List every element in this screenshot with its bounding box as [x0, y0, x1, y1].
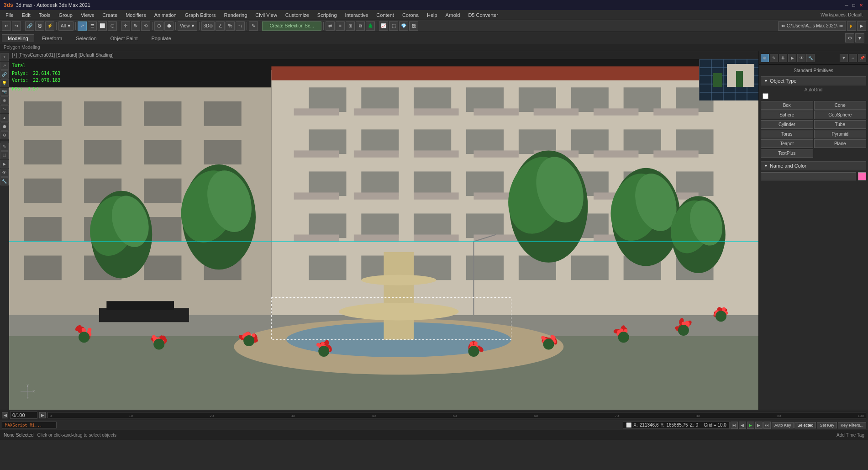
- close-button[interactable]: ✕: [858, 2, 864, 8]
- edit-named-selections-button[interactable]: ✎: [249, 21, 258, 31]
- rendering-settings-button[interactable]: 🖼: [409, 21, 418, 31]
- tool-move[interactable]: +: [0, 53, 9, 61]
- material-editor-button[interactable]: 💎: [399, 21, 408, 31]
- tool-splines[interactable]: 〜: [0, 105, 9, 113]
- mirror-button[interactable]: ⇌: [326, 21, 335, 31]
- tool-geometry[interactable]: ▲: [0, 114, 9, 122]
- name-input[interactable]: [761, 172, 856, 180]
- tool-camera[interactable]: 📷: [0, 88, 9, 96]
- menu-arnold[interactable]: Arnold: [442, 11, 464, 19]
- tool-systems[interactable]: ⚙: [0, 131, 9, 139]
- align-view-button[interactable]: ⊞: [346, 21, 355, 31]
- color-swatch[interactable]: [858, 172, 866, 180]
- menu-modifiers[interactable]: Modifiers: [122, 11, 150, 19]
- rect-selection-button[interactable]: ⬜: [98, 21, 107, 31]
- fence-selection-button[interactable]: ⬡: [108, 21, 117, 31]
- menu-file[interactable]: File: [2, 11, 17, 19]
- angle-snap-button[interactable]: ∠: [216, 21, 225, 31]
- selected-button[interactable]: Selected: [794, 422, 816, 428]
- timeline-next-button[interactable]: ▶: [39, 412, 46, 418]
- cone-button[interactable]: Cone: [814, 101, 867, 110]
- utilities-panel-button[interactable]: 🔧: [806, 54, 815, 62]
- auto-grid-checkbox[interactable]: [763, 93, 768, 99]
- menu-create[interactable]: Create: [99, 11, 121, 19]
- play-button[interactable]: ▶: [747, 422, 754, 429]
- unlink-button[interactable]: ⛓: [35, 21, 44, 31]
- tool-hierarchy[interactable]: ⇊: [0, 151, 9, 159]
- timeline-prev-button[interactable]: ◀: [2, 412, 8, 418]
- undo-button[interactable]: ↩: [2, 21, 11, 31]
- next-key-button[interactable]: ⏭: [763, 422, 771, 429]
- textplus-button[interactable]: TextPlus: [761, 149, 813, 158]
- timeline-track[interactable]: 0 10 20 30 40 50 60 70 80 90 100: [47, 412, 866, 418]
- panel-options-button[interactable]: ▼: [840, 54, 848, 62]
- geosphere-button[interactable]: GeoSphere: [814, 111, 867, 119]
- snap3d-button[interactable]: 3D⊕: [201, 21, 215, 31]
- uniform-scale-button[interactable]: ⬡: [154, 21, 163, 31]
- select-rotate-button[interactable]: ↻: [131, 21, 140, 31]
- sphere-button[interactable]: Sphere: [761, 111, 813, 119]
- tool-lights[interactable]: 💡: [0, 79, 9, 87]
- create-panel-button[interactable]: ⊕: [761, 54, 769, 62]
- create-selection-button[interactable]: Create Selection Se...: [262, 21, 321, 31]
- tool-display[interactable]: 👁: [0, 169, 9, 177]
- selection-filter-dropdown[interactable]: All ▼: [58, 21, 74, 31]
- set-key-button[interactable]: Set Key: [817, 422, 837, 428]
- schematic-view-button[interactable]: ⬚: [389, 21, 398, 31]
- render-frame-button[interactable]: ⏵: [847, 21, 856, 31]
- menu-interactive[interactable]: Interactive: [342, 11, 372, 19]
- tool-select[interactable]: ↗: [0, 62, 9, 70]
- tab-freeform[interactable]: Freeform: [36, 34, 68, 42]
- menu-d5-converter[interactable]: D5 Converter: [464, 11, 501, 19]
- maximize-button[interactable]: □: [851, 2, 857, 8]
- modify-panel-button[interactable]: ✎: [770, 54, 778, 62]
- tab-populate[interactable]: Populate: [145, 34, 177, 42]
- menu-edit[interactable]: Edit: [18, 11, 34, 19]
- menu-corona[interactable]: Corona: [399, 11, 422, 19]
- tool-motion[interactable]: ▶: [0, 160, 9, 168]
- select-object-button[interactable]: ↗: [78, 21, 87, 31]
- object-type-section-header[interactable]: ▼ Object Type: [761, 76, 866, 85]
- panel-pin-button[interactable]: 📌: [858, 54, 866, 62]
- align-button[interactable]: ≡: [336, 21, 345, 31]
- paint-options-button[interactable]: ⚙: [845, 33, 854, 42]
- tool-utilities[interactable]: 🔧: [0, 177, 9, 185]
- menu-help[interactable]: Help: [423, 11, 441, 19]
- viewport-main[interactable]: Total Polys: 22,614,763 Verts: 22,070,18…: [9, 59, 758, 410]
- cylinder-button[interactable]: Cylinder: [761, 120, 813, 129]
- next-frame-button[interactable]: ▶: [755, 422, 763, 429]
- link-button[interactable]: 🔗: [25, 21, 34, 31]
- key-filters-button[interactable]: Key Filters...: [838, 422, 866, 428]
- menu-customize[interactable]: Customize: [282, 11, 313, 19]
- panel-expand-button[interactable]: ↔: [849, 54, 857, 62]
- menu-rendering[interactable]: Rendering: [221, 11, 251, 19]
- tab-selection[interactable]: Selection: [70, 34, 102, 42]
- scene-explorer-button[interactable]: 🌲: [366, 21, 375, 31]
- percent-snap-button[interactable]: %: [226, 21, 235, 31]
- minimize-button[interactable]: ─: [843, 2, 850, 8]
- menu-tools[interactable]: Tools: [35, 11, 54, 19]
- display-panel-button[interactable]: 👁: [797, 54, 805, 62]
- view-dropdown[interactable]: View ▼: [178, 21, 197, 31]
- menu-civil-view[interactable]: Civil View: [252, 11, 280, 19]
- name-color-section-header[interactable]: ▼ Name and Color: [761, 161, 866, 170]
- non-uniform-scale-button[interactable]: ⬢: [164, 21, 174, 31]
- tool-helpers[interactable]: ⊕: [0, 96, 9, 105]
- tool-shapes[interactable]: ⬟: [0, 122, 9, 131]
- motion-panel-button[interactable]: ▶: [788, 54, 796, 62]
- layer-manager-button[interactable]: ⧉: [356, 21, 365, 31]
- prev-frame-button[interactable]: ◀: [739, 422, 746, 429]
- spinner-snap-button[interactable]: ↑↓: [236, 21, 245, 31]
- paint-dropper-button[interactable]: ▼: [855, 33, 864, 42]
- torus-button[interactable]: Torus: [761, 130, 813, 138]
- menu-views[interactable]: Views: [77, 11, 98, 19]
- box-button[interactable]: Box: [761, 101, 813, 110]
- pyramid-button[interactable]: Pyramid: [814, 130, 867, 138]
- plane-button[interactable]: Plane: [814, 139, 867, 148]
- redo-button[interactable]: ↪: [12, 21, 21, 31]
- prev-key-button[interactable]: ⏮: [731, 422, 738, 429]
- menu-content[interactable]: Content: [373, 11, 398, 19]
- menu-animation[interactable]: Animation: [151, 11, 180, 19]
- auto-key-button[interactable]: Auto Key: [772, 422, 794, 428]
- hierarchy-panel-button[interactable]: ⇊: [779, 54, 787, 62]
